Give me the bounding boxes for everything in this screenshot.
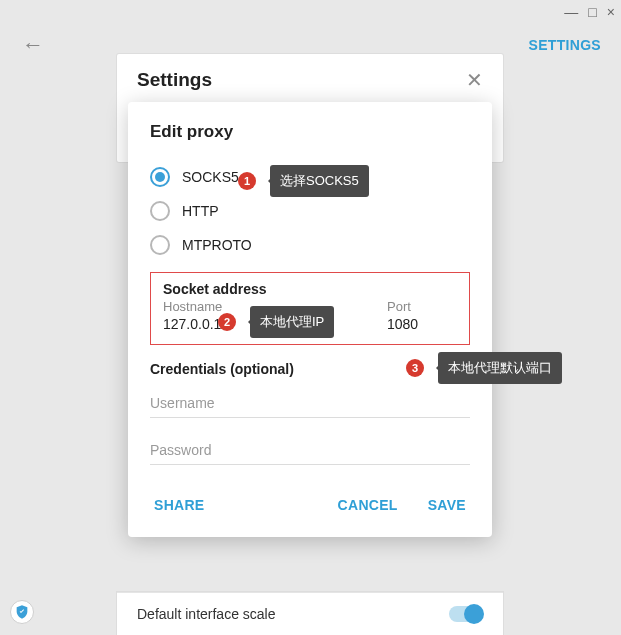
callout-2-tip: 本地代理IP — [250, 306, 334, 338]
cancel-button[interactable]: CANCEL — [334, 491, 402, 519]
radio-http[interactable]: HTTP — [150, 194, 470, 228]
settings-link[interactable]: SETTINGS — [529, 37, 601, 53]
callout-3: 3 本地代理默认端口 — [406, 352, 562, 384]
callout-1-badge: 1 — [238, 172, 256, 190]
interface-scale-row[interactable]: Default interface scale — [117, 592, 503, 635]
minimize-button[interactable]: — — [564, 4, 578, 20]
port-value: 1080 — [387, 316, 457, 332]
close-icon[interactable]: ✕ — [466, 68, 483, 92]
save-button[interactable]: SAVE — [424, 491, 470, 519]
maximize-button[interactable]: □ — [588, 4, 596, 20]
port-label: Port — [387, 299, 457, 314]
interface-scale-label: Default interface scale — [137, 606, 276, 622]
radio-mtproto[interactable]: MTPROTO — [150, 228, 470, 262]
username-input[interactable] — [150, 387, 470, 418]
socket-address-heading: Socket address — [163, 281, 457, 297]
password-input[interactable] — [150, 434, 470, 465]
radio-mtproto-indicator — [150, 235, 170, 255]
radio-http-indicator — [150, 201, 170, 221]
radio-mtproto-label: MTPROTO — [182, 237, 252, 253]
interface-scale-toggle[interactable] — [449, 606, 483, 622]
callout-2-badge: 2 — [218, 313, 236, 331]
callout-2: 2 本地代理IP — [218, 306, 334, 338]
modal-actions: SHARE CANCEL SAVE — [150, 491, 470, 519]
window-close-button[interactable]: × — [607, 4, 615, 20]
modal-title: Edit proxy — [150, 122, 470, 142]
callout-1-tip: 选择SOCKS5 — [270, 165, 369, 197]
window-titlebar: — □ × — [0, 0, 621, 24]
back-arrow-icon[interactable]: ← — [22, 32, 44, 58]
port-field[interactable]: Port 1080 — [387, 299, 457, 332]
shield-icon[interactable] — [10, 600, 34, 624]
callout-1: 1 选择SOCKS5 — [238, 165, 369, 197]
share-button[interactable]: SHARE — [150, 491, 209, 519]
callout-3-badge: 3 — [406, 359, 424, 377]
settings-title: Settings — [137, 69, 212, 91]
callout-3-tip: 本地代理默认端口 — [438, 352, 562, 384]
radio-http-label: HTTP — [182, 203, 219, 219]
radio-socks5-indicator — [150, 167, 170, 187]
radio-socks5-label: SOCKS5 — [182, 169, 239, 185]
